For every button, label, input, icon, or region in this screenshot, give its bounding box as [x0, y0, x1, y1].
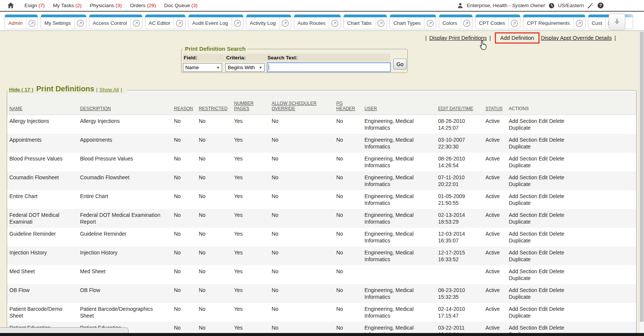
- open-in-window-icon[interactable]: [279, 17, 291, 29]
- cell-number-pages: Yes: [234, 284, 272, 303]
- select-arrow-icon: ▼: [259, 66, 262, 70]
- column-header-number-pages[interactable]: NUMBER PAGES: [234, 91, 272, 115]
- cell-name: Allergy Injections: [7, 115, 80, 134]
- field-select[interactable]: Name ▼: [183, 63, 222, 72]
- table-header-row: NAMEDESCRIPTIONREASONRESTRICTEDNUMBER PA…: [7, 91, 636, 115]
- column-header-description[interactable]: DESCRIPTION: [80, 91, 174, 115]
- nav-item-orders[interactable]: Orders (29): [130, 3, 156, 8]
- open-in-window-icon[interactable]: [329, 17, 340, 29]
- home-button[interactable]: [7, 2, 15, 9]
- cell-status: Active: [485, 303, 509, 322]
- cell-actions[interactable]: Add Section Edit Delete Duplicate: [509, 190, 636, 209]
- tab-accent-bar: [523, 15, 585, 17]
- main-content: | Display Print Definitions | Add Defini…: [0, 31, 644, 336]
- cell-allow-scheduler-override: No: [272, 247, 336, 265]
- cell-description: Allergy Injections: [80, 115, 174, 134]
- tab-accent-bar: [439, 15, 472, 17]
- open-in-window-icon[interactable]: [424, 17, 436, 29]
- timezone-label: US/Eastern: [558, 3, 584, 8]
- scrollbar-thumb[interactable]: [640, 32, 644, 322]
- search-labels-bar: Field: Criteria: Search Text:: [183, 54, 390, 62]
- cell-actions[interactable]: Add Section Edit Delete Duplicate: [509, 153, 636, 171]
- tab-auto-routes[interactable]: Auto Routes: [294, 14, 341, 29]
- nav-item-physicians[interactable]: Physicians (3): [90, 3, 122, 8]
- column-header-allow-scheduler-override[interactable]: ALLOW SCHEDULER OVERRIDE: [272, 91, 336, 115]
- tab-activity-log[interactable]: Activity Log: [246, 14, 291, 29]
- tab-my-settings[interactable]: My Settings: [41, 14, 86, 29]
- column-header-name[interactable]: NAME: [7, 91, 80, 115]
- show-all-link[interactable]: Show All: [99, 87, 119, 92]
- clock-icon[interactable]: [548, 2, 555, 9]
- hide-link[interactable]: Hide ( 17 ): [9, 87, 33, 92]
- wand-icon[interactable]: [587, 2, 594, 9]
- open-in-window-icon[interactable]: [26, 17, 38, 29]
- admin-tab-bar: AdminMy SettingsAccess ControlAC EditorA…: [0, 12, 644, 31]
- browser-status-tooltip: [0, 327, 128, 333]
- tab-access-control[interactable]: Access Control: [89, 14, 142, 29]
- nav-item-doc-queue[interactable]: Doc Queue (3): [164, 3, 198, 8]
- open-in-window-icon[interactable]: [573, 17, 585, 29]
- cell-actions[interactable]: Add Section Edit Delete Duplicate: [509, 303, 636, 322]
- print-definitions-title: Print Definitions: [36, 85, 94, 93]
- tab-colors[interactable]: Colors: [439, 14, 473, 29]
- nav-item-count: (3): [114, 3, 122, 8]
- open-in-window-icon[interactable]: [74, 17, 86, 29]
- column-header-pg-header[interactable]: PG HEADER: [336, 91, 364, 115]
- cell-actions[interactable]: Add Section Edit Delete Duplicate: [509, 228, 636, 247]
- cell-actions[interactable]: Add Section Edit Delete Duplicate: [509, 247, 636, 265]
- cell-actions[interactable]: Add Section Edit Delete Duplicate: [509, 265, 636, 284]
- user-name: Enterprise, Health - System Owner: [467, 3, 545, 8]
- cell-reason: No: [174, 171, 199, 190]
- column-header-edit-date-time[interactable]: EDIT DATE/TIME: [438, 91, 485, 115]
- criteria-select[interactable]: Begins With ▼: [225, 63, 265, 72]
- column-header-restricted[interactable]: RESTRICTED: [199, 91, 234, 115]
- cell-description: Patient Barcode/Demographics Sheet: [80, 303, 174, 322]
- column-header-status[interactable]: STATUS: [485, 91, 509, 115]
- open-in-window-icon[interactable]: [461, 17, 472, 29]
- criteria-select-value: Begins With: [228, 65, 255, 70]
- nav-item-my-tasks[interactable]: My Tasks (2): [53, 3, 82, 8]
- tab-cpt-requirements[interactable]: CPT Requirements: [523, 14, 585, 29]
- tab-ac-editor[interactable]: AC Editor: [145, 14, 186, 29]
- tab-audit-event-log[interactable]: Audit Event Log: [188, 14, 243, 29]
- column-header-reason[interactable]: REASON: [174, 91, 199, 115]
- cell-number-pages: Yes: [234, 303, 272, 322]
- table-row: OB FlowOB FlowNoNoYesNoNoEngineering, Me…: [7, 284, 636, 303]
- display-print-definitions-link[interactable]: Display Print Definitions: [429, 35, 487, 41]
- cell-actions[interactable]: Add Section Edit Delete Duplicate: [509, 115, 636, 134]
- cell-reason: No: [174, 265, 199, 284]
- table-row: Coumadin FlowsheetCoumadin FlowsheetNoNo…: [7, 171, 636, 190]
- go-button[interactable]: Go: [393, 59, 407, 70]
- nav-item-esign[interactable]: Esign (7): [24, 3, 45, 8]
- cell-actions[interactable]: Add Section Edit Delete Duplicate: [509, 134, 636, 153]
- open-in-window-icon[interactable]: [231, 17, 243, 29]
- cell-actions[interactable]: Add Section Edit Delete Duplicate: [509, 284, 636, 303]
- table-row: AppointmentsAppointmentsNoNoYesNoNoEngin…: [7, 134, 636, 153]
- cell-status: Active: [485, 171, 509, 190]
- open-in-window-icon[interactable]: [130, 17, 142, 29]
- tab-chart-types[interactable]: Chart Types: [390, 14, 436, 29]
- open-in-window-icon[interactable]: [508, 17, 520, 29]
- svg-text:?: ?: [599, 3, 602, 8]
- cell-name: Blood Pressure Values: [7, 153, 80, 171]
- nav-item-label: My Tasks: [53, 3, 74, 8]
- open-in-window-icon[interactable]: [375, 17, 387, 29]
- add-definition-link[interactable]: Add Definition: [500, 35, 534, 41]
- tab-accent-bar: [189, 15, 243, 17]
- search-text-input[interactable]: [267, 62, 391, 72]
- tab-admin[interactable]: Admin: [5, 14, 38, 29]
- column-header-user[interactable]: USER: [364, 91, 438, 115]
- cell-name: Entire Chart: [7, 190, 80, 209]
- cell-reason: No: [174, 284, 199, 303]
- help-icon[interactable]: ?: [597, 2, 604, 9]
- tabs-row: AdminMy SettingsAccess ControlAC EditorA…: [5, 14, 633, 29]
- tab-chart-tabs[interactable]: Chart Tabs: [343, 14, 387, 29]
- cell-actions[interactable]: Add Section Edit Delete Duplicate: [509, 209, 636, 228]
- more-tabs-button[interactable]: [609, 14, 625, 30]
- cell-restricted: No: [199, 247, 234, 265]
- top-nav-items: Esign (7)My Tasks (2)Physicians (3)Order…: [24, 3, 198, 8]
- tab-cpt-codes[interactable]: CPT Codes: [475, 14, 521, 29]
- open-in-window-icon[interactable]: [174, 17, 185, 29]
- cell-actions[interactable]: Add Section Edit Delete Duplicate: [509, 171, 636, 190]
- display-appt-override-link[interactable]: Display Appt Override Details: [541, 35, 612, 41]
